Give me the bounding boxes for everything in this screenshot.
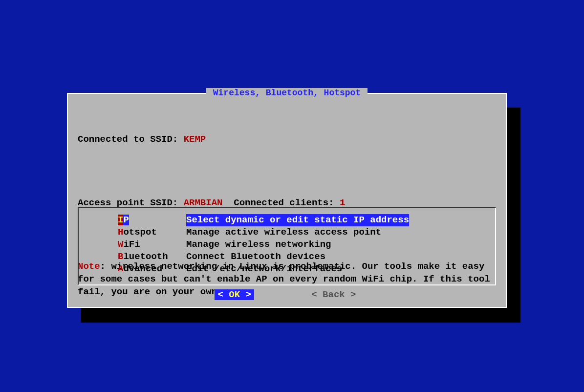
dialog-title: Wireless, Bluetooth, Hotspot [206,88,368,98]
menu-item-desc: Connect Bluetooth devices [186,251,325,263]
ssid-value: KEMP [184,134,206,145]
button-row: < OK > < Back > [68,289,506,300]
menu-item-desc: Manage active wireless access point [186,226,381,239]
menu-item-label: Advanced [118,263,186,275]
ap-label: Access point SSID: [78,197,184,208]
menu-item-ip[interactable]: IPSelect dynamic or edit static IP addre… [79,214,495,226]
ap-ssid-value: ARMBIAN [184,197,223,208]
dialog-box: Wireless, Bluetooth, Hotspot Connected t… [67,93,507,308]
ssid-line: Connected to SSID: KEMP [78,133,496,146]
menu-item-wifi[interactable]: WiFiManage wireless networking [79,239,495,251]
menu-item-label: Hotspot [118,226,186,239]
menu-item-advanced[interactable]: AdvancedEdit /etc/network/interfaces [79,263,495,275]
ok-button[interactable]: < OK > [215,289,254,300]
menu-item-desc: Select dynamic or edit static IP address [186,214,409,226]
menu-item-desc: Manage wireless networking [186,239,331,251]
dialog-title-wrap: Wireless, Bluetooth, Hotspot [68,88,506,98]
back-button[interactable]: < Back > [308,289,359,300]
ssid-label: Connected to SSID: [78,134,184,145]
ok-button-label: OK [229,289,240,300]
clients-value: 1 [340,197,345,208]
menu-item-label: IP [118,214,186,226]
menu-box: IPSelect dynamic or edit static IP addre… [78,207,496,285]
menu-item-hotspot[interactable]: HotspotManage active wireless access poi… [79,226,495,239]
menu-item-label: WiFi [118,239,186,251]
menu-item-label: Bluetooth [118,251,186,263]
menu-item-desc: Edit /etc/network/interfaces [186,263,342,275]
menu-item-bluetooth[interactable]: BluetoothConnect Bluetooth devices [79,251,495,263]
back-button-label: Back [323,289,345,300]
clients-label: Connected clients: [222,197,339,208]
